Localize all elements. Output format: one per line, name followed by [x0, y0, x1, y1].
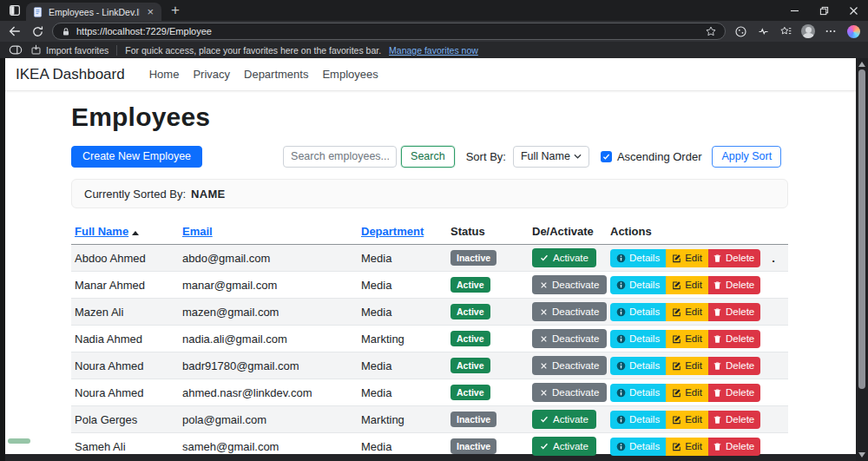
restore-icon[interactable]	[809, 0, 838, 21]
cell-email: abdo@gmail.com	[179, 252, 358, 265]
edit-label: Edit	[685, 441, 702, 451]
edit-button[interactable]: Edit	[666, 438, 708, 456]
toggle-label: Deactivate	[552, 360, 599, 371]
pencil-square-icon	[672, 388, 681, 398]
nav-link-privacy[interactable]: Privacy	[193, 68, 230, 81]
delete-button[interactable]: Delete	[708, 357, 760, 375]
edit-button[interactable]: Edit	[666, 276, 708, 294]
details-button[interactable]: Details	[610, 276, 666, 294]
edit-label: Edit	[685, 333, 702, 344]
delete-button[interactable]: Delete	[708, 438, 760, 456]
sidebar-toggle-icon[interactable]	[9, 44, 23, 56]
more-menu-icon[interactable]	[823, 23, 838, 39]
details-button[interactable]: Details	[610, 438, 666, 456]
refresh-icon[interactable]	[30, 23, 45, 39]
details-button[interactable]: Details	[610, 357, 666, 375]
address-bar[interactable]: https://localhost:7229/Employee	[52, 23, 726, 40]
header-de-activate: De/Activate	[529, 221, 607, 244]
actions-button-group: Details Edit Delete	[610, 276, 760, 294]
delete-button[interactable]: Delete	[708, 276, 760, 294]
details-button[interactable]: Details	[610, 303, 666, 321]
favorite-star-icon[interactable]	[705, 25, 717, 37]
import-favorites-button[interactable]: Import favorites	[30, 44, 108, 56]
toggle-label: Deactivate	[552, 387, 599, 398]
sort-link-email[interactable]: Email	[182, 225, 213, 238]
check-icon	[602, 153, 610, 161]
profile-avatar[interactable]	[800, 23, 816, 39]
scroll-down-icon[interactable]	[858, 452, 865, 458]
edit-button[interactable]: Edit	[666, 357, 708, 375]
scroll-up-icon[interactable]	[858, 62, 865, 67]
edit-button[interactable]: Edit	[666, 303, 708, 321]
cell-status: Inactive	[447, 438, 529, 454]
manage-favorites-link[interactable]: Manage favorites now	[389, 45, 478, 56]
edit-button[interactable]: Edit	[666, 330, 708, 348]
nav-link-employees[interactable]: Employees	[322, 68, 378, 81]
sort-select[interactable]: Full Name	[513, 146, 589, 168]
extensions-icon[interactable]	[733, 23, 748, 39]
new-tab-icon[interactable]: +	[168, 2, 183, 19]
header-full-name: Full Name	[71, 221, 179, 244]
table-row: Mazen Ali mazen@gmail.com Media Active D…	[71, 299, 788, 326]
delete-label: Delete	[726, 280, 754, 290]
favorites-icon[interactable]	[778, 23, 793, 39]
search-button[interactable]: Search	[401, 146, 455, 168]
sort-link-department[interactable]: Department	[361, 225, 424, 238]
toggle-active-button[interactable]: Deactivate	[532, 329, 607, 348]
scrollbar-thumb[interactable]	[858, 69, 865, 389]
details-button[interactable]: Details	[610, 249, 666, 267]
status-badge: Active	[450, 304, 490, 319]
table-row: Abdoo Ahmed abdo@gmail.com Media Inactiv…	[71, 245, 788, 272]
delete-button[interactable]: Delete	[708, 384, 760, 402]
browser-essentials-icon[interactable]	[755, 23, 771, 39]
search-input[interactable]	[283, 146, 397, 168]
close-icon[interactable]	[838, 0, 868, 21]
delete-button[interactable]: Delete	[708, 249, 760, 267]
page-scrollbar[interactable]	[856, 58, 868, 461]
cell-de-activate: Deactivate	[529, 302, 607, 321]
minimize-icon[interactable]	[779, 0, 809, 21]
details-button[interactable]: Details	[610, 384, 666, 402]
toggle-active-button[interactable]: Activate	[532, 437, 596, 456]
info-icon	[616, 361, 626, 371]
sort-by-label: Sort By:	[466, 150, 506, 163]
toggle-active-button[interactable]: Deactivate	[532, 275, 607, 294]
nav-link-departments[interactable]: Departments	[244, 68, 308, 81]
edit-button[interactable]: Edit	[666, 249, 708, 267]
cell-status: Active	[447, 304, 529, 319]
cell-full-name: Pola Gerges	[71, 413, 179, 426]
browser-tab[interactable]: Employees - LinkDev.IKEA.PL ×	[26, 3, 161, 21]
chevron-down-icon	[574, 154, 582, 159]
ascending-order-checkbox[interactable]	[601, 151, 612, 162]
edit-button[interactable]: Edit	[666, 411, 708, 429]
cell-email: ahmed.nasr@linkdev.com	[179, 386, 358, 399]
sort-link-full-name[interactable]: Full Name	[75, 225, 128, 238]
url-text[interactable]: https://localhost:7229/Employee	[76, 26, 700, 36]
toggle-active-button[interactable]: Deactivate	[532, 383, 607, 402]
brand-link[interactable]: IKEA Dashboard	[16, 66, 125, 83]
toggle-active-button[interactable]: Activate	[532, 248, 596, 267]
copilot-icon[interactable]	[845, 23, 861, 39]
toggle-active-button[interactable]: Activate	[532, 410, 596, 429]
details-label: Details	[629, 441, 660, 451]
table-header-row: Full Name Email Department Status De/Act…	[71, 221, 788, 245]
watermark-text	[8, 438, 30, 444]
delete-label: Delete	[726, 387, 754, 398]
details-button[interactable]: Details	[610, 330, 666, 348]
apply-sort-button[interactable]: Apply Sort	[712, 146, 781, 168]
tab-close-icon[interactable]: ×	[145, 6, 155, 17]
edit-button[interactable]: Edit	[666, 384, 708, 402]
delete-button[interactable]: Delete	[708, 303, 760, 321]
create-new-employee-button[interactable]: Create New Employee	[71, 146, 202, 168]
back-icon[interactable]	[7, 23, 23, 39]
details-label: Details	[629, 387, 660, 398]
status-badge: Active	[450, 277, 490, 293]
toggle-active-button[interactable]: Deactivate	[532, 356, 607, 375]
details-button[interactable]: Details	[610, 411, 666, 429]
delete-button[interactable]: Delete	[708, 411, 760, 429]
toggle-active-button[interactable]: Deactivate	[532, 302, 607, 321]
tab-actions-icon[interactable]	[8, 3, 22, 17]
browser-titlebar: Employees - LinkDev.IKEA.PL × +	[0, 0, 868, 21]
delete-button[interactable]: Delete	[708, 330, 760, 348]
nav-link-home[interactable]: Home	[149, 68, 180, 81]
